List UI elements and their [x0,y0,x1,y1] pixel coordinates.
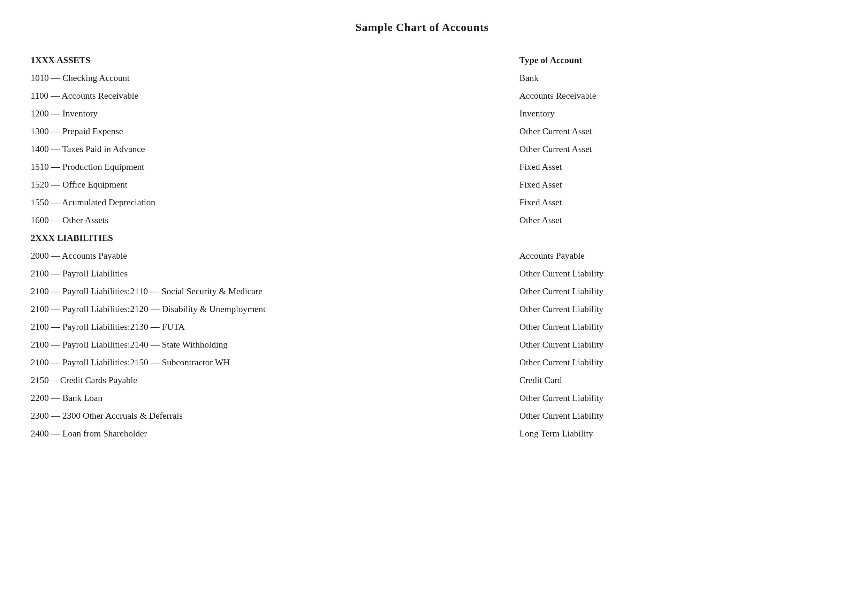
account-type: Other Current Asset [517,122,816,140]
account-name: 2100 — Payroll Liabilities:2140 — State … [28,336,517,353]
account-name: 1200 — Inventory [28,104,517,122]
section-title-1: 2XXX LIABILITIES [28,229,517,247]
table-row: 2300 — 2300 Other Accruals & DeferralsOt… [28,407,816,425]
account-type: Other Asset [517,211,816,229]
account-name: 1300 — Prepaid Expense [28,122,517,140]
account-name: 2000 — Accounts Payable [28,247,517,265]
section-title-0: 1XXX ASSETS [28,51,517,69]
table-row: 1200 — InventoryInventory [28,104,816,122]
account-name: 2100 — Payroll Liabilities:2150 — Subcon… [28,353,517,371]
account-name: 1010 — Checking Account [28,69,517,87]
account-name: 1550 — Acumulated Depreciation [28,194,517,211]
account-type: Other Current Liability [517,336,816,353]
account-type: Credit Card [517,371,816,389]
account-name: 2100 — Payroll Liabilities:2110 — Social… [28,282,517,300]
account-name: 2100 — Payroll Liabilities [28,265,517,282]
type-header-1 [517,229,816,247]
section-header-0: 1XXX ASSETSType of Account [28,51,816,69]
account-name: 1510 — Production Equipment [28,158,517,176]
account-type: Fixed Asset [517,158,816,176]
account-name: 1100 — Accounts Receivable [28,87,517,104]
table-row: 2100 — Payroll Liabilities:2140 — State … [28,336,816,353]
table-row: 1520 — Office EquipmentFixed Asset [28,176,816,194]
account-type: Other Current Liability [517,300,816,318]
account-name: 2100 — Payroll Liabilities:2120 — Disabi… [28,300,517,318]
table-row: 1100 — Accounts ReceivableAccounts Recei… [28,87,816,104]
account-type: Other Current Liability [517,318,816,336]
account-name: 2300 — 2300 Other Accruals & Deferrals [28,407,517,425]
account-type: Accounts Receivable [517,87,816,104]
table-row: 2100 — Payroll LiabilitiesOther Current … [28,265,816,282]
account-type: Other Current Liability [517,407,816,425]
type-header-0: Type of Account [517,51,816,69]
account-type: Accounts Payable [517,247,816,265]
account-name: 2400 — Loan from Shareholder [28,425,517,442]
table-row: 1400 — Taxes Paid in AdvanceOther Curren… [28,140,816,158]
accounts-table: 1XXX ASSETSType of Account1010 — Checkin… [28,51,816,442]
table-row: 2000 — Accounts PayableAccounts Payable [28,247,816,265]
table-row: 2100 — Payroll Liabilities:2130 — FUTAOt… [28,318,816,336]
account-name: 2150— Credit Cards Payable [28,371,517,389]
account-name: 1400 — Taxes Paid in Advance [28,140,517,158]
section-header-1: 2XXX LIABILITIES [28,229,816,247]
table-row: 1010 — Checking AccountBank [28,69,816,87]
account-name: 2100 — Payroll Liabilities:2130 — FUTA [28,318,517,336]
account-name: 2200 — Bank Loan [28,389,517,407]
account-type: Other Current Liability [517,353,816,371]
account-type: Bank [517,69,816,87]
table-row: 2100 — Payroll Liabilities:2150 — Subcon… [28,353,816,371]
table-row: 2100 — Payroll Liabilities:2120 — Disabi… [28,300,816,318]
account-type: Fixed Asset [517,194,816,211]
account-type: Long Term Liability [517,425,816,442]
table-row: 2100 — Payroll Liabilities:2110 — Social… [28,282,816,300]
account-type: Other Current Asset [517,140,816,158]
account-name: 1520 — Office Equipment [28,176,517,194]
table-row: 1510 — Production EquipmentFixed Asset [28,158,816,176]
table-row: 2400 — Loan from ShareholderLong Term Li… [28,425,816,442]
account-type: Other Current Liability [517,282,816,300]
table-row: 2150— Credit Cards PayableCredit Card [28,371,816,389]
account-type: Inventory [517,104,816,122]
table-row: 1300 — Prepaid ExpenseOther Current Asse… [28,122,816,140]
page-title: Sample Chart of Accounts [28,21,816,34]
table-row: 1600 — Other AssetsOther Asset [28,211,816,229]
table-row: 1550 — Acumulated DepreciationFixed Asse… [28,194,816,211]
account-type: Other Current Liability [517,265,816,282]
account-type: Fixed Asset [517,176,816,194]
account-type: Other Current Liability [517,389,816,407]
account-name: 1600 — Other Assets [28,211,517,229]
table-row: 2200 — Bank LoanOther Current Liability [28,389,816,407]
